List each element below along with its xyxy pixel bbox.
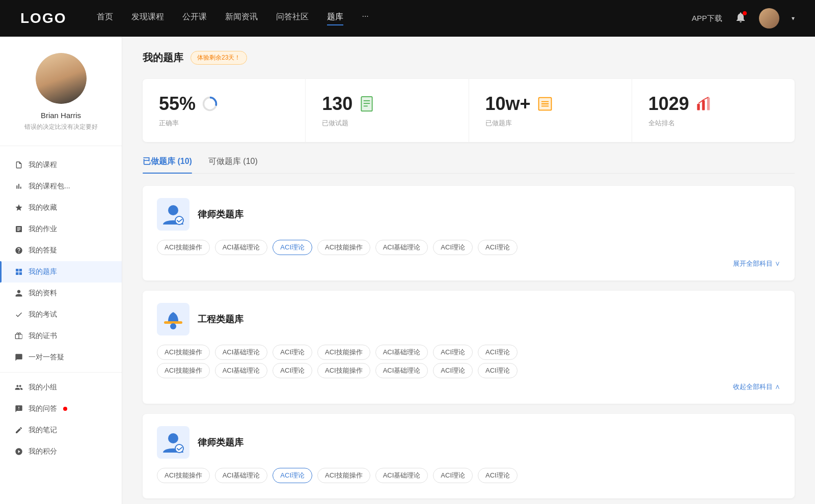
svg-rect-14 xyxy=(707,98,710,110)
eng-tag-1[interactable]: ACI基础理论 xyxy=(215,345,268,360)
collapse-link[interactable]: 收起全部科目 ∧ xyxy=(733,382,780,391)
user-menu-chevron[interactable]: ▾ xyxy=(792,15,795,22)
eng-tag-10[interactable]: ACI技能操作 xyxy=(317,363,370,378)
tab-done-banks[interactable]: 已做题库 (10) xyxy=(143,156,192,173)
law2-tag-4[interactable]: ACI基础理论 xyxy=(375,468,428,483)
sidebar-item-my-courses[interactable]: 我的课程 xyxy=(0,154,122,176)
sidebar-item-profile[interactable]: 我的资料 xyxy=(0,283,122,304)
app-download-button[interactable]: APP下载 xyxy=(692,14,722,23)
nav-links: 首页 发现课程 公开课 新闻资讯 问答社区 题库 ··· xyxy=(97,12,692,25)
stat-done-questions-label: 已做试题 xyxy=(322,119,348,128)
tag-2[interactable]: ACI理论 xyxy=(273,240,312,255)
tag-3[interactable]: ACI技能操作 xyxy=(317,240,370,255)
svg-point-15 xyxy=(168,205,178,215)
points-icon xyxy=(14,447,23,456)
sidebar-label-my-qa: 我的答疑 xyxy=(29,246,57,255)
star-icon xyxy=(14,203,23,212)
sidebar-label-course-pack: 我的课程包... xyxy=(29,182,70,191)
nav-open-course[interactable]: 公开课 xyxy=(182,12,207,25)
stat-accuracy: 55% 正确率 xyxy=(143,79,306,142)
sidebar-profile: Brian Harris 错误的决定比没有决定要好 xyxy=(0,37,122,142)
page-header: 我的题库 体验剩余23天！ xyxy=(143,51,795,65)
eng-tag-7[interactable]: ACI技能操作 xyxy=(157,363,210,378)
sidebar-item-question-bank[interactable]: 我的题库 xyxy=(0,261,122,283)
eng-tag-5[interactable]: ACI理论 xyxy=(433,345,473,360)
tag-6[interactable]: ACI理论 xyxy=(478,240,518,255)
eng-tag-11[interactable]: ACI基础理论 xyxy=(375,363,428,378)
notification-bell[interactable] xyxy=(735,11,747,25)
eng-tag-12[interactable]: ACI理论 xyxy=(433,363,473,378)
svg-point-16 xyxy=(175,216,183,225)
tag-4[interactable]: ACI基础理论 xyxy=(375,240,428,255)
sidebar-item-one-on-one[interactable]: 一对一答疑 xyxy=(0,347,122,368)
eng-tag-6[interactable]: ACI理论 xyxy=(478,345,518,360)
eng-tag-0[interactable]: ACI技能操作 xyxy=(157,345,210,360)
sidebar-label-profile: 我的资料 xyxy=(29,289,57,298)
sidebar-item-homework[interactable]: 我的作业 xyxy=(0,218,122,240)
svg-point-18 xyxy=(170,323,176,329)
eng-tag-8[interactable]: ACI基础理论 xyxy=(215,363,268,378)
sidebar-item-course-pack[interactable]: 我的课程包... xyxy=(0,176,122,197)
sidebar-label-my-group: 我的小组 xyxy=(29,383,57,392)
nav-more[interactable]: ··· xyxy=(362,12,368,25)
stat-done-banks: 10w+ 已做题库 xyxy=(469,79,632,142)
lawyer-bank-icon-1 xyxy=(157,198,189,231)
expand-btn-1: 展开全部科目 ∨ xyxy=(157,259,780,268)
nav-questionbank[interactable]: 题库 xyxy=(327,12,343,25)
law2-tag-2[interactable]: ACI理论 xyxy=(273,468,312,483)
eng-tag-2[interactable]: ACI理论 xyxy=(273,345,312,360)
user-avatar[interactable] xyxy=(759,8,779,29)
bank-card-engineer: 工程类题库 ACI技能操作 ACI基础理论 ACI理论 ACI技能操作 ACI基… xyxy=(143,291,795,404)
law2-tag-5[interactable]: ACI理论 xyxy=(433,468,473,483)
nav-home[interactable]: 首页 xyxy=(97,12,113,25)
eng-tag-9[interactable]: ACI理论 xyxy=(273,363,312,378)
sidebar-item-my-questions[interactable]: 我的问答 xyxy=(0,398,122,419)
bank-tags-lawyer-1: ACI技能操作 ACI基础理论 ACI理论 ACI技能操作 ACI基础理论 AC… xyxy=(157,240,780,255)
sidebar-item-favorites[interactable]: 我的收藏 xyxy=(0,197,122,218)
law2-tag-1[interactable]: ACI基础理论 xyxy=(215,468,268,483)
main-content: 我的题库 体验剩余23天！ 55% 正确率 130 xyxy=(122,37,815,504)
tag-0[interactable]: ACI技能操作 xyxy=(157,240,210,255)
doc-icon xyxy=(359,96,375,112)
sidebar-item-my-points[interactable]: 我的积分 xyxy=(0,441,122,462)
question-badge xyxy=(63,407,67,411)
law2-tag-0[interactable]: ACI技能操作 xyxy=(157,468,210,483)
sidebar-item-certificate[interactable]: 我的证书 xyxy=(0,325,122,347)
sidebar-menu: 我的课程 我的课程包... 我的收藏 我的作业 xyxy=(0,150,122,466)
bank-card-header-1: 律师类题库 xyxy=(157,198,780,231)
stat-ranking: 1029 全站排名 xyxy=(632,79,795,142)
chat-icon xyxy=(14,353,23,362)
list-icon xyxy=(537,96,553,112)
stats-row: 55% 正确率 130 xyxy=(143,79,795,142)
sidebar-item-exams[interactable]: 我的考试 xyxy=(0,304,122,325)
bank-card-header-2: 工程类题库 xyxy=(157,303,780,335)
stat-accuracy-value-row: 55% xyxy=(159,93,218,115)
sidebar-label-homework: 我的作业 xyxy=(29,225,57,234)
expand-link-1[interactable]: 展开全部科目 ∨ xyxy=(733,259,780,268)
bank-tags-engineer-row1: ACI技能操作 ACI基础理论 ACI理论 ACI技能操作 ACI基础理论 AC… xyxy=(157,345,780,360)
bar-icon xyxy=(14,182,23,191)
law2-tag-6[interactable]: ACI理论 xyxy=(478,468,518,483)
sidebar-item-my-group[interactable]: 我的小组 xyxy=(0,377,122,398)
eng-tag-13[interactable]: ACI理论 xyxy=(478,363,518,378)
eng-tag-4[interactable]: ACI基础理论 xyxy=(375,345,428,360)
bank-card-lawyer-1: 律师类题库 ACI技能操作 ACI基础理论 ACI理论 ACI技能操作 ACI基… xyxy=(143,186,795,281)
bank-card-lawyer-2: 律师类题库 ACI技能操作 ACI基础理论 ACI理论 ACI技能操作 ACI基… xyxy=(143,414,795,498)
trial-badge: 体验剩余23天！ xyxy=(191,51,247,65)
sidebar-item-my-qa[interactable]: 我的答疑 xyxy=(0,240,122,261)
page-title: 我的题库 xyxy=(143,51,183,65)
tag-5[interactable]: ACI理论 xyxy=(433,240,473,255)
sidebar-label-my-points: 我的积分 xyxy=(29,447,57,456)
nav-news[interactable]: 新闻资讯 xyxy=(225,12,258,25)
law2-tag-3[interactable]: ACI技能操作 xyxy=(317,468,370,483)
grid-icon xyxy=(14,267,23,276)
nav-discover[interactable]: 发现课程 xyxy=(131,12,164,25)
sidebar-label-certificate: 我的证书 xyxy=(29,331,57,341)
page-body: Brian Harris 错误的决定比没有决定要好 我的课程 我的课程包... xyxy=(0,37,815,504)
svg-point-19 xyxy=(168,433,178,443)
nav-qa[interactable]: 问答社区 xyxy=(276,12,309,25)
sidebar-item-my-notes[interactable]: 我的笔记 xyxy=(0,419,122,441)
tag-1[interactable]: ACI基础理论 xyxy=(215,240,268,255)
tab-available-banks[interactable]: 可做题库 (10) xyxy=(208,156,258,173)
eng-tag-3[interactable]: ACI技能操作 xyxy=(317,345,370,360)
